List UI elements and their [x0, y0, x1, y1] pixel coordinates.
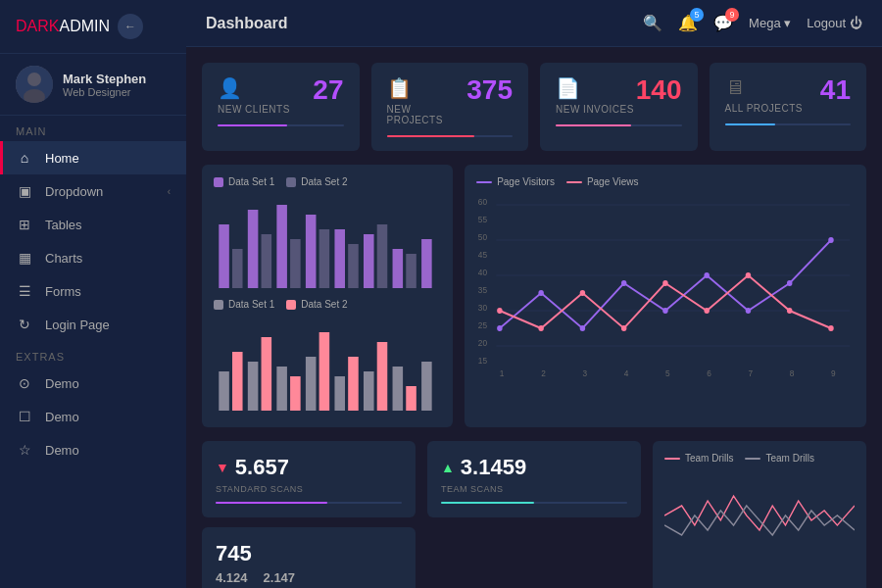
content-area: 👤 NEW CLIENTS 27 📋 NEW PROJECTS 375	[186, 47, 882, 588]
notifications-button[interactable]: 🔔 5	[678, 14, 698, 32]
messages-button[interactable]: 💬 9	[713, 14, 733, 32]
legend-dot-4	[286, 300, 296, 310]
nav-main-label: Main	[0, 116, 186, 141]
bottom-main-num: 745	[216, 541, 402, 566]
sidebar-item-demo1[interactable]: ⊙ Demo	[0, 367, 186, 400]
sidebar-item-forms[interactable]: ☰ Forms	[0, 274, 186, 308]
legend-dataset2: Data Set 2	[286, 176, 347, 187]
svg-point-74	[828, 325, 834, 331]
mini-line-chart-card: Team Drills Team Drills	[653, 441, 866, 588]
standard-scans-label: STANDARD SCANS	[216, 484, 402, 494]
svg-text:20: 20	[478, 338, 487, 348]
mini-line-legend: Team Drills Team Drills	[664, 453, 855, 464]
svg-text:25: 25	[478, 320, 487, 330]
svg-rect-12	[348, 244, 359, 288]
legend-team-drills-2: Team Drills	[745, 453, 813, 464]
charts-row: Data Set 1 Data Set 2	[202, 165, 866, 427]
legend-dataset4: Data Set 2	[286, 299, 347, 310]
legend-line-team2	[745, 458, 760, 460]
svg-rect-25	[319, 332, 330, 411]
line-chart-card: Page Visitors Page Views 60 55 50 45 40	[465, 165, 866, 427]
user-dropdown[interactable]: Mega ▾	[749, 16, 791, 30]
legend-dataset1: Data Set 1	[214, 176, 274, 187]
svg-rect-24	[306, 357, 317, 411]
svg-rect-14	[377, 224, 388, 288]
new-clients-label: NEW CLIENTS	[218, 104, 290, 115]
user-info: Mark Stephen Web Designer	[63, 72, 146, 98]
sidebar-item-label: Demo	[45, 410, 79, 424]
svg-point-57	[497, 325, 503, 331]
svg-text:1: 1	[500, 368, 505, 378]
svg-text:6: 6	[707, 368, 711, 378]
topbar: Dashboard 🔍 🔔 5 💬 9 Mega ▾ Logout ⏻	[186, 0, 882, 47]
svg-rect-16	[406, 254, 416, 288]
svg-point-58	[539, 290, 545, 296]
new-invoices-value: 140	[636, 76, 682, 104]
sidebar-item-label: Forms	[45, 284, 81, 299]
team-scans-card: ▲ 3.1459 TEAM SCANS	[427, 441, 641, 517]
legend-line-visitors	[476, 181, 492, 183]
svg-text:5: 5	[665, 368, 670, 378]
svg-text:40: 40	[478, 268, 487, 277]
legend-dot-2	[286, 177, 296, 187]
svg-rect-5	[248, 210, 259, 288]
legend-dot-1	[214, 177, 223, 187]
svg-point-64	[787, 280, 793, 286]
bar-chart-2	[214, 318, 441, 416]
search-button[interactable]: 🔍	[643, 14, 662, 32]
svg-text:50: 50	[478, 232, 487, 242]
svg-point-65	[828, 237, 834, 243]
stat-card-new-projects: 📋 NEW PROJECTS 375	[371, 63, 529, 151]
sidebar-item-demo2[interactable]: ☐ Demo	[0, 400, 186, 433]
svg-rect-8	[290, 239, 301, 288]
stat-card-new-clients: 👤 NEW CLIENTS 27	[202, 63, 360, 151]
demo1-icon: ⊙	[16, 375, 33, 391]
logo-area: DARKADMIN ←	[0, 0, 186, 54]
sidebar-item-label: Charts	[45, 251, 82, 266]
sidebar: DARKADMIN ← Mark Stephen Web Designer Ma…	[0, 0, 186, 588]
sidebar-item-label: Dropdown	[45, 184, 103, 199]
svg-text:45: 45	[478, 250, 487, 260]
all-projects-value: 41	[820, 76, 851, 104]
bar-chart-legend1: Data Set 1 Data Set 2	[214, 176, 441, 187]
sidebar-item-tables[interactable]: ⊞ Tables	[0, 208, 186, 241]
svg-text:3: 3	[583, 368, 588, 378]
stat-cards: 👤 NEW CLIENTS 27 📋 NEW PROJECTS 375	[202, 63, 866, 151]
user-name: Mark Stephen	[63, 72, 146, 86]
svg-point-62	[705, 272, 710, 278]
svg-text:60: 60	[478, 197, 487, 207]
svg-rect-15	[393, 249, 404, 288]
svg-rect-20	[248, 362, 259, 411]
svg-text:4: 4	[624, 368, 629, 378]
arrow-down-icon: ▼	[216, 460, 229, 475]
svg-rect-18	[219, 371, 229, 411]
sidebar-toggle[interactable]: ←	[118, 14, 143, 39]
svg-rect-4	[232, 249, 243, 288]
svg-rect-31	[406, 386, 416, 411]
svg-point-71	[705, 308, 710, 314]
bottom-row: ▼ 5.657 STANDARD SCANS 745 4.124 2.147	[202, 441, 866, 588]
stat-card-all-projects: 🖥 ALL PROJECTS 41	[710, 63, 867, 151]
chevron-icon: ‹	[168, 186, 171, 197]
svg-rect-30	[393, 367, 404, 411]
svg-point-68	[580, 290, 586, 296]
demo3-icon: ☆	[16, 442, 33, 458]
dropdown-icon: ▣	[16, 183, 33, 199]
sidebar-item-demo3[interactable]: ☆ Demo	[0, 433, 186, 466]
logout-button[interactable]: Logout ⏻	[807, 16, 862, 30]
login-icon: ↻	[16, 317, 33, 332]
team-scans-value: 3.1459	[461, 455, 526, 480]
mini-line-svg	[664, 471, 855, 560]
sidebar-item-login[interactable]: ↻ Login Page	[0, 308, 186, 341]
sidebar-item-dropdown[interactable]: ▣ Dropdown ‹	[0, 174, 186, 208]
notification-badge: 5	[690, 8, 704, 22]
svg-point-66	[497, 308, 503, 314]
svg-point-63	[746, 308, 752, 314]
svg-point-70	[662, 280, 668, 286]
svg-text:35: 35	[478, 285, 487, 295]
bar-chart-card: Data Set 1 Data Set 2	[202, 165, 453, 427]
forms-icon: ☰	[16, 283, 33, 299]
sidebar-item-home[interactable]: ⌂ Home	[0, 141, 186, 174]
demo2-icon: ☐	[16, 409, 33, 424]
sidebar-item-charts[interactable]: ▦ Charts	[0, 241, 186, 274]
